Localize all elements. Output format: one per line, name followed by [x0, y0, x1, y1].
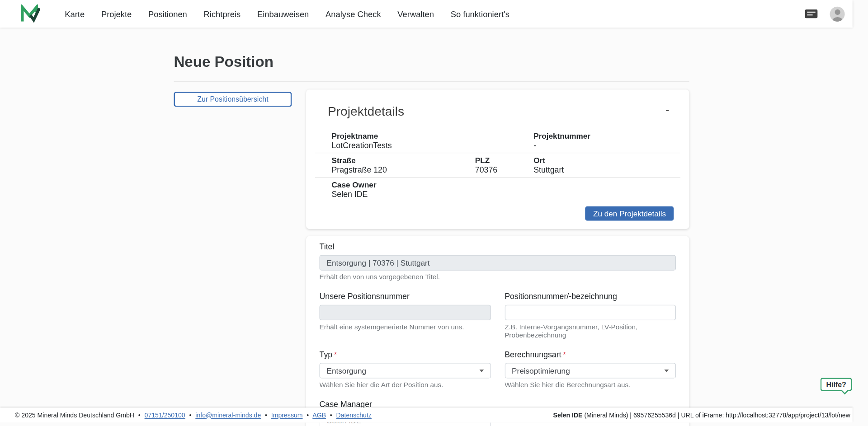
back-to-positions-button[interactable]: Zur Positionsübersicht: [174, 92, 292, 107]
field-value: Selen IDE: [331, 190, 680, 199]
avatar-head: [835, 9, 840, 14]
nav-item-so-funktionierts[interactable]: So funktioniert's: [451, 9, 509, 19]
app-frame: Karte Projekte Positionen Richtpreis Ein…: [0, 0, 853, 425]
footer-session-info: (Mineral Minds) | 69576255536d | URL of …: [583, 412, 850, 419]
help-button[interactable]: Hilfe?: [821, 378, 852, 391]
field-label: Ort: [533, 156, 680, 165]
number-fields-row: Unsere Positionsnummer Erhält eine syste…: [320, 293, 676, 340]
table-row: Straße Pragstraße 120 PLZ 70376 Ort Stut…: [315, 153, 680, 177]
field-projektname: Projektname LotCreationTests: [315, 129, 527, 153]
field-label: Projektnummer: [533, 131, 680, 140]
scale-wrapper: Karte Projekte Positionen Richtpreis Ein…: [0, 0, 868, 426]
separator-bullet: •: [265, 412, 267, 419]
berechnungsart-label: Berechnungsart*: [505, 351, 676, 359]
field-value: LotCreationTests: [331, 141, 527, 150]
mineral-minds-logo-icon: [20, 5, 40, 23]
field-label: PLZ: [475, 156, 527, 165]
nav-item-analyse-check[interactable]: Analyse Check: [326, 9, 381, 19]
separator-bullet: •: [307, 412, 309, 419]
field-label: Straße: [331, 156, 468, 165]
positionsnummer-group: Positionsnummer/-bezeichnung Z.B. Intern…: [505, 293, 676, 340]
copyright-text: © 2025 Mineral Minds Deutschland GmbH: [15, 412, 134, 419]
field-label: Case Owner: [331, 180, 680, 189]
berechnungsart-select[interactable]: Preisoptimierung: [505, 363, 676, 378]
table-row: Case Owner Selen IDE: [315, 177, 680, 201]
field-label: Projektname: [331, 131, 527, 140]
project-details-card: Projektdetails - Projektname LotCreation…: [306, 89, 689, 229]
berechnungsart-helper: Wählen Sie hier die Berechnungsart aus.: [505, 381, 676, 389]
server-icon[interactable]: [805, 9, 817, 19]
navbar-right: [805, 6, 844, 21]
typ-select[interactable]: Entsorgung: [320, 363, 491, 378]
field-value: -: [533, 141, 680, 150]
datenschutz-link[interactable]: Datenschutz: [336, 412, 372, 419]
project-details-actions: Zu den Projektdetails: [306, 201, 689, 229]
main-content: Neue Position Zur Positionsübersicht Pro…: [0, 28, 853, 426]
agb-link[interactable]: AGB: [312, 412, 326, 419]
typ-group: Typ* Entsorgung Wählen Sie hier die Art …: [320, 351, 491, 389]
project-details-header: Projektdetails -: [306, 89, 689, 129]
footer-right: Selen IDE (Mineral Minds) | 69576255536d…: [553, 412, 850, 419]
unsere-positionsnummer-label: Unsere Positionsnummer: [320, 293, 491, 301]
right-column: Projektdetails - Projektname LotCreation…: [306, 89, 689, 426]
project-details-title: Projektdetails: [328, 104, 404, 119]
field-value: Stuttgart: [533, 165, 680, 175]
unsere-positionsnummer-input: [320, 305, 491, 320]
left-column: Zur Positionsübersicht: [174, 89, 292, 107]
titel-helper: Erhält den von uns vorgegebenen Titel.: [320, 273, 676, 281]
berechnungsart-label-text: Berechnungsart: [505, 350, 561, 359]
separator-bullet: •: [330, 412, 332, 419]
berechnungsart-select-value: Preisoptimierung: [512, 366, 570, 375]
berechnungsart-group: Berechnungsart* Preisoptimierung Wählen …: [505, 351, 676, 389]
typ-label: Typ*: [320, 351, 491, 359]
project-details-table: Projektname LotCreationTests Projektnumm…: [315, 129, 680, 201]
positionsnummer-helper: Z.B. Interne-Vorgangsnummer, LV-Position…: [505, 323, 676, 340]
field-ort: Ort Stuttgart: [527, 153, 680, 177]
impressum-link[interactable]: Impressum: [271, 412, 303, 419]
avatar-shoulders: [832, 17, 842, 21]
nav-links: Karte Projekte Positionen Richtpreis Ein…: [65, 9, 509, 19]
go-to-project-details-button[interactable]: Zu den Projektdetails: [585, 206, 674, 221]
field-value: 70376: [475, 165, 527, 175]
field-strasse: Straße Pragstraße 120: [315, 153, 468, 177]
required-asterisk: *: [563, 351, 566, 359]
field-projektnummer: Projektnummer -: [527, 129, 680, 153]
unsere-positionsnummer-group: Unsere Positionsnummer Erhält eine syste…: [320, 293, 491, 340]
email-link[interactable]: info@mineral-minds.de: [195, 412, 261, 419]
top-navbar: Karte Projekte Positionen Richtpreis Ein…: [0, 0, 853, 28]
typ-label-text: Typ: [320, 350, 333, 359]
collapse-minus-icon[interactable]: -: [665, 104, 669, 115]
positionsnummer-label: Positionsnummer/-bezeichnung: [505, 293, 676, 301]
field-plz: PLZ 70376: [468, 153, 527, 177]
nav-item-projekte[interactable]: Projekte: [101, 9, 132, 19]
user-avatar-icon[interactable]: [830, 6, 845, 21]
nav-item-positionen[interactable]: Positionen: [148, 9, 187, 19]
separator-bullet: •: [138, 412, 141, 419]
page-title: Neue Position: [174, 54, 689, 71]
unsere-positionsnummer-helper: Erhält eine systemgenerierte Nummer von …: [320, 323, 491, 331]
table-row: Projektname LotCreationTests Projektnumm…: [315, 129, 680, 153]
phone-link[interactable]: 07151/250100: [145, 412, 185, 419]
required-asterisk: *: [334, 351, 337, 359]
field-value: Pragstraße 120: [331, 165, 468, 175]
typ-helper: Wählen Sie hier die Art der Position aus…: [320, 381, 491, 389]
content-layout: Zur Positionsübersicht Projektdetails - …: [174, 89, 689, 426]
typ-select-value: Entsorgung: [326, 366, 366, 375]
nav-item-verwalten[interactable]: Verwalten: [397, 9, 434, 19]
titel-label: Titel: [320, 243, 676, 251]
field-case-owner: Case Owner Selen IDE: [315, 178, 680, 201]
footer-left: © 2025 Mineral Minds Deutschland GmbH • …: [15, 412, 374, 419]
type-fields-row: Typ* Entsorgung Wählen Sie hier die Art …: [320, 351, 676, 389]
footer-user-name: Selen IDE: [553, 412, 583, 419]
titel-input: [320, 255, 676, 270]
nav-item-richtpreis[interactable]: Richtpreis: [204, 9, 241, 19]
page-header: Neue Position: [174, 54, 689, 82]
new-position-form-card: Titel Erhält den von uns vorgegebenen Ti…: [306, 236, 689, 426]
separator-bullet: •: [189, 412, 192, 419]
nav-item-karte[interactable]: Karte: [65, 9, 85, 19]
footer-bar: © 2025 Mineral Minds Deutschland GmbH • …: [0, 407, 853, 422]
nav-item-einbauweisen[interactable]: Einbauweisen: [257, 9, 309, 19]
positionsnummer-input[interactable]: [505, 305, 676, 320]
